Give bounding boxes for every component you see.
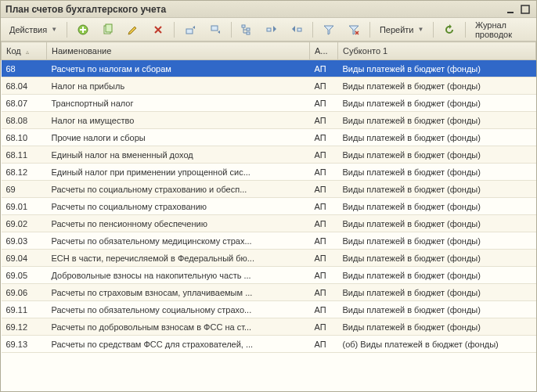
col-header-sub[interactable]: Субконто 1: [338, 42, 536, 60]
cell-ap: АП: [310, 181, 338, 198]
refresh-button[interactable]: [438, 20, 461, 39]
cell-ap: АП: [310, 146, 338, 164]
actions-menu[interactable]: Действия ▼: [4, 22, 63, 38]
separator: [231, 22, 232, 38]
accounts-table: Код ▵ Наименование А... Субконто 1 68Рас…: [1, 41, 536, 353]
level-down-button[interactable]: [285, 20, 308, 39]
table-row[interactable]: 68.10Прочие налоги и сборыАПВиды платеже…: [2, 129, 536, 146]
cell-sub: Виды платежей в бюджет (фонды): [338, 301, 536, 318]
cell-name: Налог на прибыль: [47, 77, 310, 95]
svg-rect-1: [521, 5, 529, 13]
cell-name: Расчеты по добровольным взносам в ФСС на…: [47, 318, 310, 336]
table-row[interactable]: 69.05Добровольные взносы на накопительну…: [2, 267, 536, 284]
cell-ap: АП: [310, 215, 338, 232]
cell-name: Единый налог при применении упрощенной с…: [47, 164, 310, 181]
cell-code: 69.01: [2, 198, 47, 215]
table-row[interactable]: 68.08Налог на имуществоАПВиды платежей в…: [2, 112, 536, 129]
cell-name: Добровольные взносы на накопительную час…: [47, 267, 310, 284]
table-row[interactable]: 69.13Расчеты по средствам ФСС для страхо…: [2, 336, 536, 353]
cell-code: 68.10: [2, 129, 47, 146]
delete-button[interactable]: [146, 20, 170, 39]
cell-name: ЕСН в части, перечисляемой в Федеральный…: [47, 250, 310, 267]
cell-code: 69.13: [2, 336, 47, 353]
hierarchy-button[interactable]: [235, 20, 258, 39]
table-row[interactable]: 69.04ЕСН в части, перечисляемой в Федера…: [2, 250, 536, 267]
journal-button[interactable]: Журнал проводок: [470, 17, 533, 42]
cell-ap: АП: [310, 77, 338, 95]
cell-code: 69.02: [2, 215, 47, 232]
maximize-button[interactable]: [519, 3, 532, 16]
cell-code: 68: [2, 60, 47, 77]
copy-button[interactable]: [96, 20, 120, 39]
table-row[interactable]: 68.04Налог на прибыльАПВиды платежей в б…: [2, 77, 536, 95]
table-row[interactable]: 69.06Расчеты по страховым взносам, уплач…: [2, 284, 536, 301]
separator: [465, 22, 466, 38]
plus-circle-icon: [77, 23, 89, 36]
table-row[interactable]: 69.12Расчеты по добровольным взносам в Ф…: [2, 318, 536, 336]
cell-ap: АП: [310, 164, 338, 181]
edit-button[interactable]: [121, 20, 145, 39]
cell-code: 69.03: [2, 232, 47, 250]
table-row[interactable]: 68.07Транспортный налогАПВиды платежей в…: [2, 95, 536, 112]
cell-sub: Виды платежей в бюджет (фонды): [338, 284, 536, 301]
cell-code: 69.05: [2, 267, 47, 284]
tree-icon: [240, 23, 253, 36]
table-row[interactable]: 69.01Расчеты по социальному страхованиюА…: [2, 198, 536, 215]
table-row[interactable]: 68.11Единый налог на вмененный доходАПВи…: [2, 146, 536, 164]
table-row[interactable]: 68.12Единый налог при применении упрощен…: [2, 164, 536, 181]
svg-rect-5: [186, 29, 193, 34]
delete-x-icon: [152, 23, 164, 36]
cell-name: Расчеты по страховым взносам, уплачиваем…: [47, 284, 310, 301]
svg-rect-6: [211, 26, 218, 31]
cell-name: Транспортный налог: [47, 95, 310, 112]
table-row[interactable]: 69Расчеты по социальному страхованию и о…: [2, 181, 536, 198]
col-header-code[interactable]: Код ▵: [2, 42, 47, 60]
table-row[interactable]: 69.11Расчеты по обязательному социальном…: [2, 301, 536, 318]
chevron-down-icon: ▼: [51, 26, 57, 33]
cell-name: Расчеты по средствам ФСС для страховател…: [47, 336, 310, 353]
level-up-button[interactable]: [260, 20, 283, 39]
move-down-button[interactable]: [204, 20, 227, 39]
minimize-button[interactable]: [505, 3, 517, 16]
goto-menu[interactable]: Перейти ▼: [374, 22, 430, 38]
table-row[interactable]: 69.03Расчеты по обязательному медицинско…: [2, 232, 536, 250]
cell-code: 69.04: [2, 250, 47, 267]
cell-ap: АП: [310, 60, 338, 77]
chevron-down-icon: ▼: [417, 26, 423, 33]
copy-icon: [102, 23, 114, 36]
cell-code: 68.12: [2, 164, 47, 181]
cell-name: Расчеты по социальному страхованию и обе…: [47, 181, 310, 198]
clear-filter-button[interactable]: [342, 20, 366, 39]
svg-rect-8: [247, 28, 250, 31]
table-row[interactable]: 68Расчеты по налогам и сборамАПВиды плат…: [2, 60, 536, 77]
cell-ap: АП: [310, 301, 338, 318]
cell-sub: Виды платежей в бюджет (фонды): [338, 318, 536, 336]
cell-sub: Виды платежей в бюджет (фонды): [338, 198, 536, 215]
goto-label: Перейти: [380, 25, 414, 34]
cell-code: 68.08: [2, 112, 47, 129]
cell-code: 69: [2, 181, 47, 198]
window-title: План счетов бухгалтерского учета: [5, 4, 503, 15]
cell-code: 68.04: [2, 77, 47, 95]
filter-button[interactable]: [317, 20, 341, 39]
cell-ap: АП: [310, 198, 338, 215]
cell-sub: Виды платежей в бюджет (фонды): [338, 232, 536, 250]
grid[interactable]: Код ▵ Наименование А... Субконто 1 68Рас…: [1, 41, 536, 391]
separator: [174, 22, 175, 38]
col-header-ap[interactable]: А...: [310, 42, 338, 60]
cell-ap: АП: [310, 267, 338, 284]
move-up-button[interactable]: [178, 20, 202, 39]
cell-name: Налог на имущество: [47, 112, 310, 129]
add-button[interactable]: [71, 20, 95, 39]
col-header-name[interactable]: Наименование: [47, 42, 310, 60]
cell-sub: Виды платежей в бюджет (фонды): [338, 181, 536, 198]
pencil-icon: [127, 23, 139, 36]
cell-sub: Виды платежей в бюджет (фонды): [338, 95, 536, 112]
cell-name: Расчеты по обязательному медицинскому ст…: [47, 232, 310, 250]
table-header-row: Код ▵ Наименование А... Субконто 1: [2, 42, 536, 60]
svg-rect-4: [106, 24, 112, 32]
cell-sub: Виды платежей в бюджет (фонды): [338, 60, 536, 77]
cell-sub: Виды платежей в бюджет (фонды): [338, 77, 536, 95]
svg-rect-9: [247, 32, 250, 34]
table-row[interactable]: 69.02Расчеты по пенсионному обеспечениюА…: [2, 215, 536, 232]
